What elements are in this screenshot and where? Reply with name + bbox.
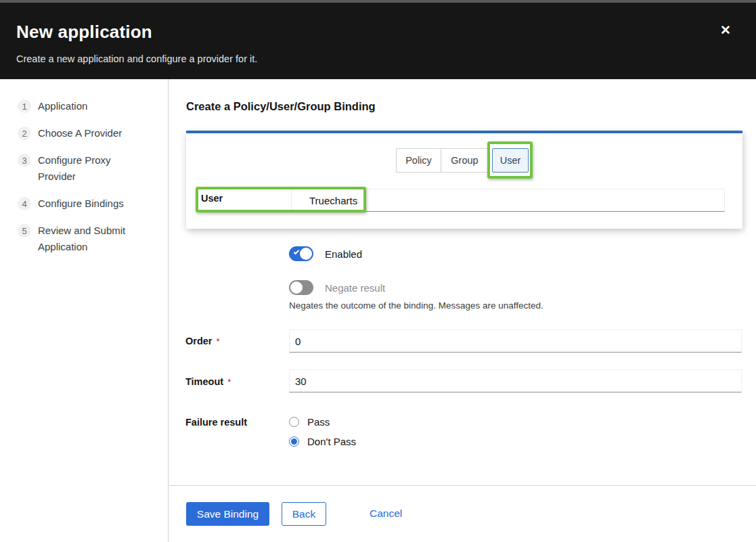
user-select-dropdown[interactable]: Truecharts [291, 189, 725, 212]
radio-pass[interactable] [289, 417, 299, 427]
tab-group[interactable]: Group [441, 148, 489, 173]
toggle-knob [290, 281, 303, 294]
wizard-step-application[interactable]: 1 Application [0, 98, 168, 114]
cancel-link[interactable]: Cancel [370, 507, 402, 520]
binding-type-tab-group: Policy Group User [396, 148, 489, 173]
step-label: Configure Bindings [38, 196, 124, 212]
step-number-badge: 5 [18, 224, 31, 238]
step-number-badge: 1 [18, 99, 31, 113]
failure-result-label: Failure result [185, 417, 247, 428]
radio-dont-pass-label: Don't Pass [307, 436, 356, 447]
tab-user[interactable]: User [492, 148, 529, 173]
enabled-toggle[interactable] [289, 246, 313, 261]
wizard-step-review-submit[interactable]: 5 Review and Submit Application [0, 223, 168, 255]
radio-pass-label: Pass [307, 416, 330, 428]
step-label: Application [38, 98, 87, 114]
timeout-label-text: Timeout [185, 376, 223, 387]
check-icon [294, 249, 299, 254]
negate-toggle-row: Negate result [289, 280, 385, 295]
toggle-knob [300, 248, 312, 260]
enabled-toggle-row: Enabled [289, 246, 362, 261]
timeout-label: Timeout* [185, 376, 231, 387]
save-binding-button[interactable]: Save Binding [186, 502, 269, 526]
step-number-badge: 3 [18, 154, 31, 167]
radio-dont-pass-row[interactable]: Don't Pass [289, 436, 356, 447]
modal-title: New application [16, 22, 152, 43]
negate-toggle-label: Negate result [325, 282, 385, 294]
negate-result-toggle[interactable] [289, 280, 313, 295]
radio-pass-row[interactable]: Pass [289, 416, 330, 428]
footer-divider [169, 485, 756, 486]
tab-policy[interactable]: Policy [396, 148, 441, 173]
radio-dont-pass[interactable] [289, 436, 299, 447]
step-number-badge: 4 [18, 197, 31, 210]
order-input[interactable] [289, 330, 742, 353]
order-label: Order* [185, 336, 220, 346]
negate-help-text: Negates the outcome of the binding. Mess… [289, 300, 543, 311]
wizard-step-configure-bindings[interactable]: 4 Configure Bindings [0, 196, 168, 212]
required-asterisk: * [217, 336, 220, 346]
wizard-sidebar: 1 Application 2 Choose A Provider 3 Conf… [0, 79, 169, 542]
order-label-text: Order [185, 336, 213, 346]
required-asterisk: * [227, 377, 231, 387]
step-number-badge: 2 [18, 127, 31, 140]
user-select-label: User [201, 193, 223, 204]
step-label: Review and Submit Application [38, 223, 139, 255]
close-icon[interactable]: ✕ [718, 23, 733, 38]
user-select-value: Truecharts [309, 195, 357, 206]
modal-subtitle: Create a new application and configure a… [16, 53, 257, 64]
wizard-step-configure-proxy-provider[interactable]: 3 Configure Proxy Provider [0, 152, 168, 185]
binding-type-card: Policy Group User User Truecharts [186, 131, 742, 229]
modal-header: New application Create a new application… [0, 3, 756, 79]
wizard-step-choose-provider[interactable]: 2 Choose A Provider [0, 125, 168, 141]
step-label: Configure Proxy Provider [38, 152, 139, 185]
page-title: Create a Policy/User/Group Binding [186, 100, 376, 113]
back-button[interactable]: Back [282, 502, 326, 526]
enabled-toggle-label: Enabled [325, 248, 362, 260]
step-label: Choose A Provider [38, 125, 122, 141]
timeout-input[interactable] [289, 369, 742, 392]
